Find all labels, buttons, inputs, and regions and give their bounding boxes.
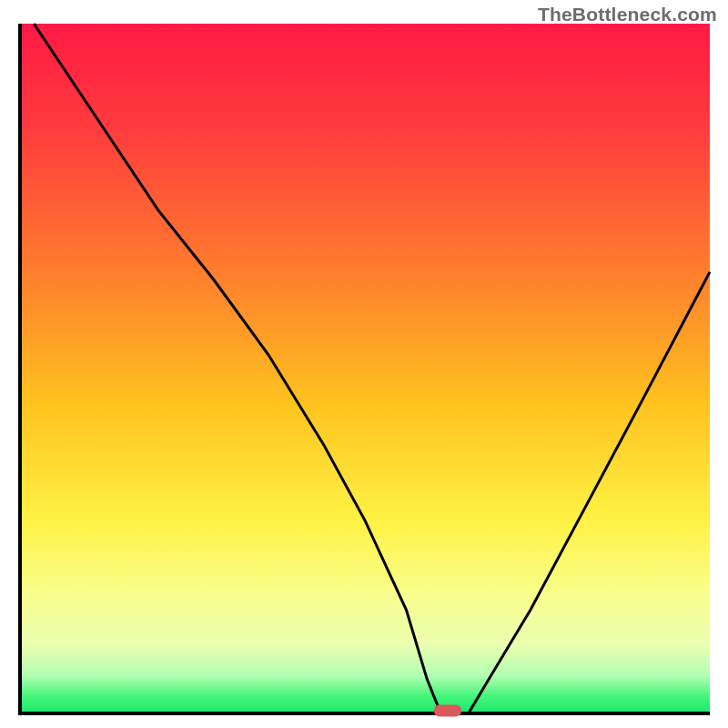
watermark-text: TheBottleneck.com bbox=[538, 4, 717, 25]
optimal-marker bbox=[434, 705, 461, 717]
chart-container: TheBottleneck.com bbox=[0, 0, 728, 728]
bottleneck-chart bbox=[0, 0, 728, 728]
plot-background bbox=[20, 24, 710, 713]
